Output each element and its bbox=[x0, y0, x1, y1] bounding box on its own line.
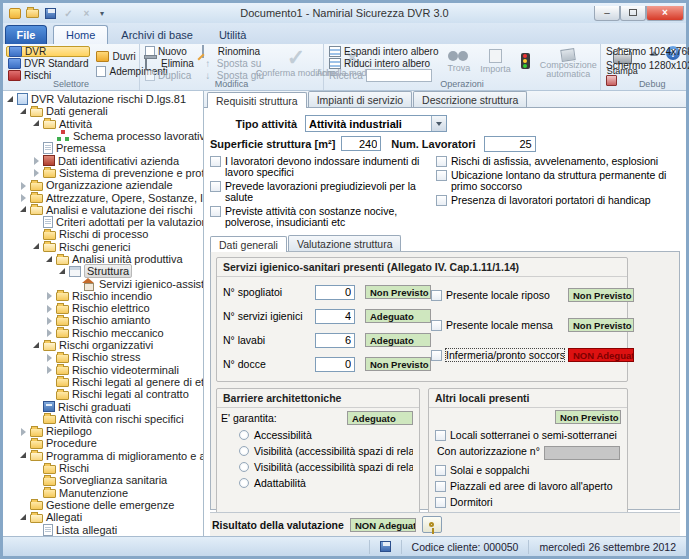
doc-tab-2[interactable]: Descrizione struttura bbox=[413, 91, 527, 107]
tree-item[interactable]: Premessa bbox=[3, 142, 203, 154]
checkbox[interactable] bbox=[436, 195, 447, 206]
riduci-albero-button[interactable]: Riduci intero albero bbox=[327, 58, 441, 69]
lavoratori-input[interactable] bbox=[484, 136, 536, 152]
tree-item[interactable]: Rischi graduati bbox=[3, 400, 203, 412]
composizione-automatica-button[interactable]: Composizione automatica bbox=[537, 46, 600, 80]
ricalcola-button[interactable] bbox=[422, 516, 442, 533]
tree-item[interactable]: DVR Valutazione rischi D.lgs.81 bbox=[3, 93, 203, 105]
tree-collapse-icon[interactable] bbox=[32, 242, 41, 251]
save-status-icon[interactable] bbox=[380, 541, 391, 552]
tree-item[interactable]: Rischio meccanico bbox=[3, 327, 203, 339]
checkbox[interactable] bbox=[435, 430, 446, 441]
tree-item[interactable]: Sistema di prevenzione e protezione azie… bbox=[3, 167, 203, 179]
tree-item[interactable]: Rischi generici bbox=[3, 241, 203, 253]
tree-item[interactable]: Attrezzature, Opere, Sostanze, Impianti,… bbox=[3, 191, 203, 203]
qat-dropdown-icon[interactable]: ▾ bbox=[97, 9, 107, 18]
tree-item[interactable]: Schema processo lavorativo bbox=[3, 130, 203, 142]
save-icon[interactable] bbox=[43, 6, 58, 20]
tree-expand-icon[interactable] bbox=[45, 291, 54, 300]
schermo-1280-button[interactable]: Schermo 1280x1024 bbox=[604, 60, 689, 71]
app-icon[interactable] bbox=[7, 6, 22, 20]
checkbox[interactable] bbox=[210, 181, 221, 192]
minimize-button[interactable]: – bbox=[594, 6, 620, 21]
tree-item[interactable]: Procedure bbox=[3, 437, 203, 449]
tree-collapse-icon[interactable] bbox=[32, 341, 41, 350]
tree-collapse-icon[interactable] bbox=[19, 451, 28, 460]
maximize-button[interactable] bbox=[620, 6, 646, 21]
field-input[interactable] bbox=[315, 333, 355, 348]
tipo-attivita-select[interactable]: Attività industriali bbox=[305, 115, 447, 132]
tree-item[interactable]: Manutenzione bbox=[3, 487, 203, 499]
field-input[interactable] bbox=[315, 357, 355, 372]
checkbox[interactable] bbox=[210, 156, 221, 167]
tree-expand-icon[interactable] bbox=[19, 427, 28, 436]
tree-item[interactable]: Programma di miglioramento e adempimenti bbox=[3, 450, 203, 462]
tree-item[interactable]: Organizzazione aziendale bbox=[3, 179, 203, 191]
tree-item[interactable]: Servizi igienico-assistenziali bbox=[3, 277, 203, 289]
tree-item[interactable]: Rischio elettrico bbox=[3, 302, 203, 314]
checkbox[interactable] bbox=[435, 465, 446, 476]
tree-collapse-icon[interactable] bbox=[45, 255, 54, 264]
tree-item[interactable]: Rischio stress bbox=[3, 351, 203, 363]
tree-item[interactable]: Lista allegati bbox=[3, 523, 203, 535]
doc-tab-0[interactable]: Requisiti struttura bbox=[207, 92, 307, 108]
inner-tab-0[interactable]: Dati generali bbox=[210, 236, 287, 252]
tree-item[interactable]: Attività con rischi specifici bbox=[3, 413, 203, 425]
checkbox[interactable] bbox=[431, 290, 442, 301]
tree-item[interactable]: Attività bbox=[3, 118, 203, 130]
tree-expand-icon[interactable] bbox=[19, 193, 28, 202]
semaforo-button[interactable] bbox=[518, 46, 533, 70]
tree-item[interactable]: Riepilogo bbox=[3, 425, 203, 437]
field-input[interactable] bbox=[315, 285, 355, 300]
radio-button[interactable] bbox=[239, 462, 249, 472]
tree-collapse-icon[interactable] bbox=[19, 513, 28, 522]
tree-item[interactable]: Allegati bbox=[3, 511, 203, 523]
radio-button[interactable] bbox=[239, 430, 249, 440]
tree-item[interactable]: Rischio amianto bbox=[3, 314, 203, 326]
tree-item[interactable]: Rischio videoterminali bbox=[3, 364, 203, 376]
tree-item[interactable]: Gestione delle emergenze bbox=[3, 499, 203, 511]
tab-archivi-di-base[interactable]: Archivi di base bbox=[108, 25, 206, 44]
tree-collapse-icon[interactable] bbox=[6, 95, 15, 104]
inner-tab-1[interactable]: Valutazione struttura bbox=[288, 235, 402, 251]
close-button[interactable]: × bbox=[646, 6, 684, 21]
tree-collapse-icon[interactable] bbox=[19, 205, 28, 214]
tree-item[interactable]: Dati generali bbox=[3, 105, 203, 117]
trova-button[interactable]: Trova bbox=[445, 46, 474, 74]
tree-item[interactable]: Rischi di processo bbox=[3, 228, 203, 240]
autorizzazione-input[interactable] bbox=[544, 446, 620, 460]
tree-item[interactable]: Criteri adottati per la valutazione bbox=[3, 216, 203, 228]
tree-item[interactable]: Analisi unità produttiva bbox=[3, 253, 203, 265]
checkbox[interactable] bbox=[431, 320, 442, 331]
tree-item[interactable]: Struttura bbox=[3, 265, 203, 277]
dvr-button[interactable]: DVR bbox=[6, 46, 90, 57]
tab-home[interactable]: Home bbox=[53, 25, 108, 44]
elimina-button[interactable]: Elimina bbox=[143, 58, 196, 69]
checkbox[interactable] bbox=[435, 481, 446, 492]
tree-item[interactable]: Rischio incendio bbox=[3, 290, 203, 302]
superficie-input[interactable] bbox=[341, 136, 381, 151]
tree-expand-icon[interactable] bbox=[32, 156, 41, 165]
chevron-down-icon[interactable] bbox=[431, 116, 446, 131]
tree-item[interactable]: Rischi legati al genere di età bbox=[3, 376, 203, 388]
checkbox[interactable] bbox=[210, 206, 221, 217]
checkbox[interactable] bbox=[436, 170, 447, 181]
tree-expand-icon[interactable] bbox=[32, 168, 41, 177]
tree-item[interactable]: Sorveglianza sanitaria bbox=[3, 474, 203, 486]
doc-tab-1[interactable]: Impianti di servizio bbox=[308, 91, 412, 107]
tree-item[interactable]: Analisi e valutazione dei rischi bbox=[3, 204, 203, 216]
importa-button[interactable]: Importa bbox=[477, 46, 514, 75]
schermo-1024-button[interactable]: Schermo 1024x768 bbox=[604, 46, 689, 57]
tree-item[interactable]: Rischi bbox=[3, 462, 203, 474]
tree-item[interactable]: Dati identificativi azienda bbox=[3, 154, 203, 166]
tab-utilita[interactable]: Utilità bbox=[206, 25, 260, 44]
radio-button[interactable] bbox=[239, 478, 249, 488]
rinomina-button[interactable]: Rinomina bbox=[200, 46, 266, 57]
tree-collapse-icon[interactable] bbox=[19, 107, 28, 116]
tree-expand-icon[interactable] bbox=[45, 328, 54, 337]
tab-file[interactable]: File bbox=[5, 25, 47, 44]
tree-collapse-icon[interactable] bbox=[58, 267, 67, 276]
tree-expand-icon[interactable] bbox=[45, 353, 54, 362]
tree-collapse-icon[interactable] bbox=[32, 119, 41, 128]
tree-item[interactable]: Rischi legati al contratto bbox=[3, 388, 203, 400]
